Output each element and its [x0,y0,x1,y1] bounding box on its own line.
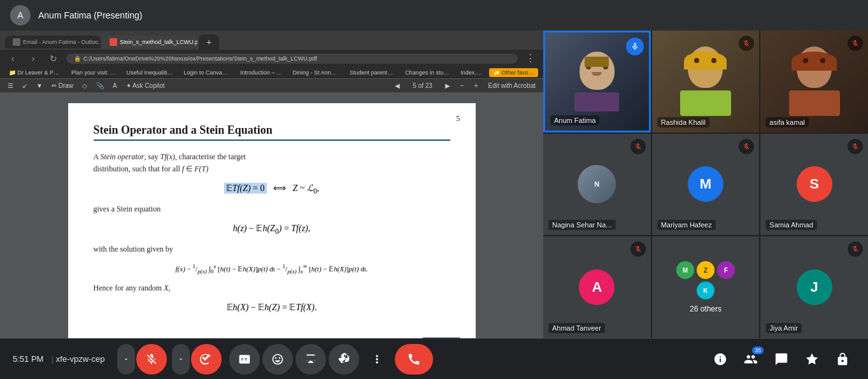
pdf-edit-acrobat[interactable]: Edit with Acrobat [486,81,538,90]
meeting-code: xfe-vpzw-cep [56,354,105,364]
bookmark-6[interactable]: Student parents | U... [346,68,399,77]
participants-panel: Anum Fatima Rashida Khalil [543,31,868,338]
participant-tile-ahmad: A Ahmad Tanveer [543,236,651,338]
browser-menu[interactable]: ⋮ [523,52,538,64]
participant-name-mariyam: Mariyam Hafeez [657,220,716,230]
browser-tab-pdf[interactable]: Stein_s_method_talk_LCWU.pdf × [102,36,197,48]
bookmark-8[interactable]: Index.html [457,68,487,77]
pdf-content-area: 5 Stein Operator and a Stein Equation A … [0,93,543,338]
pdf-right-tools: ◀ 5 of 23 ▶ − + Edit with Acrobat [392,81,538,90]
participant-name-asifa: asifa kamal [765,117,809,127]
camera-toggle-button[interactable] [191,344,222,375]
mic-group [117,344,167,375]
mariyam-avatar: M [688,166,723,202]
pdf-tool-copilot[interactable]: ✦ Ask Copilot [124,81,167,90]
mute-icon-ahmad [630,241,646,257]
pdf-page-number: 5 [456,113,460,124]
pdf-formula-1: 𝔼Tf(Z) = 0 ⟺ Z ~ ℒ0, [94,183,450,196]
bookmark-4[interactable]: Introduction – Mot... [236,68,287,77]
participant-tile-jiya: J Jiya Amir [760,236,868,338]
bottom-toolbar: 5:51 PM | xfe-vpzw-cep [0,338,868,379]
mini-avatar-1: Z [697,261,715,279]
address-input[interactable]: 🔒 C:/Users/fatima/OneDrive%20%20Nexus/ox… [66,54,518,64]
pdf-tool-menu[interactable]: ☰ [5,81,16,90]
camera-group [172,344,222,375]
mic-toggle-button[interactable] [136,344,167,375]
bookmark-1[interactable]: Plan your visit: Hist... [68,68,120,77]
pdf-tool-attach[interactable]: 📎 [94,81,106,90]
pdf-zoom-in[interactable]: + [472,81,481,90]
mic-options-button[interactable] [117,344,135,375]
captions-button[interactable] [229,344,260,375]
camera-options-button[interactable] [172,344,190,375]
main-content: Email - Anum Fatima - Outloo... × Stein_… [0,31,868,338]
pdf-tool-draw[interactable]: ✏ Draw [49,81,76,90]
present-button[interactable] [295,344,326,375]
participant-name-samia: Samia Ahmad [765,220,816,230]
oxford-logo: UNIVERSITYOF OXFORD [422,338,460,338]
separator-1: | [51,354,53,364]
participant-tile-asifa: asifa kamal [760,31,868,132]
pdf-next-page[interactable]: ▶ [443,81,453,90]
participant-tile-mariyam: M Mariyam Hafeez [652,134,760,236]
others-label: 26 others [690,304,722,313]
bookmark-0[interactable]: 📁 Dr Leaver & Partne... [5,68,65,77]
mute-icon-asifa [848,36,863,51]
right-tools: 35 [708,347,855,372]
back-button[interactable]: ‹ [5,54,20,64]
participants-button[interactable]: 35 [738,347,764,372]
jiya-avatar: J [797,269,832,305]
participant-name-rashida: Rashida Khalil [657,117,709,127]
forward-button[interactable]: › [25,54,41,64]
presenter-avatar: A [10,5,31,25]
pdf-tool-text[interactable]: A [110,81,120,90]
participant-name-ahmad: Ahmad Tanveer [548,323,605,333]
browser-chrome: Email - Anum Fatima - Outloo... × Stein_… [0,31,543,93]
bookmark-3[interactable]: Login to Canvas - U... [180,68,234,77]
pdf-tool-cursor[interactable]: ↙ [20,81,30,90]
ahmad-avatar: A [579,269,615,305]
lock-button[interactable] [830,347,855,372]
mute-icon-nagina [630,139,646,154]
pdf-formula-4: 𝔼h(X) − 𝔼h(Z) = 𝔼Tf(X). [94,302,450,313]
pdf-formula-3: f(x) − 1/p(x) ∫0x [h(t) − 𝔼h(X)]p(t) dt … [94,263,450,275]
others-group: M Z F K 26 others [674,261,737,313]
browser-tab-new[interactable]: + [199,34,219,50]
pdf-zoom-out[interactable]: − [458,81,467,90]
participant-tile-rashida: Rashida Khalil [652,31,760,132]
participant-tile-nagina: N Nagina Sehar Na... [543,134,651,236]
end-call-button[interactable] [395,344,433,375]
time-display: 5:51 PM [13,354,43,364]
pdf-footer: UNIVERSITYOF OXFORD [422,338,460,338]
raise-hand-button[interactable] [329,344,359,375]
bookmark-2[interactable]: Useful Inequalities c... [122,68,177,77]
info-button[interactable] [708,347,733,372]
bookmark-5[interactable]: Dining - St Anne's C... [289,68,343,77]
reload-button[interactable]: ↻ [46,54,61,64]
browser-addressbar: ‹ › ↻ 🔒 C:/Users/fatima/OneDrive%20%20Ne… [0,50,543,67]
mini-avatar-3: K [697,282,715,299]
activities-button[interactable] [799,347,825,372]
nagina-avatar: N [578,165,616,203]
bookmark-other[interactable]: 📁 Other favourites [489,68,538,77]
chat-button[interactable] [769,347,794,372]
browser-tab-email[interactable]: Email - Anum Fatima - Outloo... × [5,36,101,48]
participant-name-nagina: Nagina Sehar Na... [548,220,616,230]
participant-name-jiya: Jiya Amir [765,323,802,333]
participant-tile-anum-fatima: Anum Fatima [543,31,651,132]
tab-favicon-pdf [110,38,117,46]
pdf-prev-page[interactable]: ◀ [392,81,402,90]
more-options-button[interactable] [362,344,392,375]
participants-badge: 35 [752,347,764,354]
pdf-tool-shape[interactable]: ◇ [80,81,90,90]
samia-avatar: S [797,166,832,202]
mini-avatar-0: M [676,261,694,279]
bookmark-7[interactable]: Changes in student... [401,68,454,77]
top-bar: A Anum Fatima (Presenting) [0,0,868,31]
emoji-button[interactable] [262,344,293,375]
participant-tile-samia: S Samia Ahmad [760,134,868,236]
pdf-tool-select[interactable]: ▼ [34,81,45,90]
participant-name-anum: Anum Fatima [550,115,599,125]
participant-tile-others: M Z F K 26 others [652,236,760,338]
browser-bookmarks: 📁 Dr Leaver & Partne... Plan your visit:… [0,67,543,79]
